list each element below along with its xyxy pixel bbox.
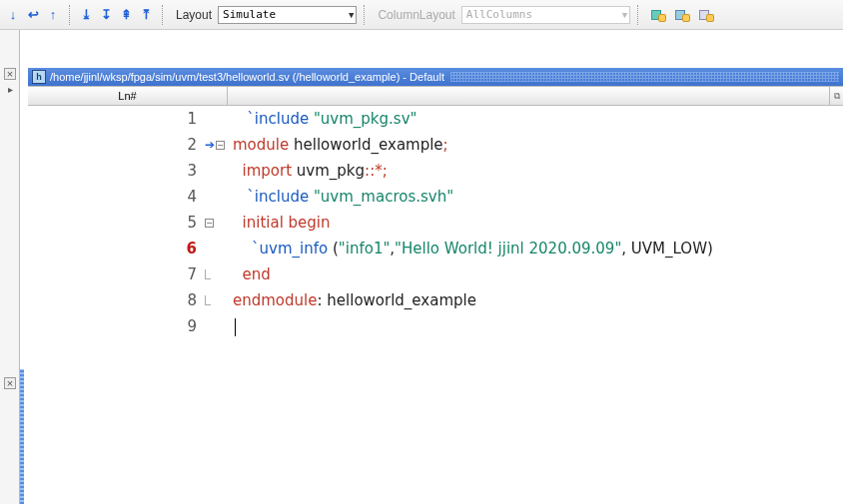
fold-marker-area[interactable]: − xyxy=(205,219,233,228)
line-number: 1 xyxy=(28,106,205,132)
layout-combo[interactable]: Simulate ▼ xyxy=(218,6,357,24)
line-number-header[interactable]: Ln# xyxy=(28,87,228,105)
main-area: × ▸ × h /home/jjinl/wksp/fpga/sim/uvm/te… xyxy=(0,30,843,504)
layout-label: Layout xyxy=(176,8,212,22)
fold-end-icon xyxy=(205,269,211,279)
code-line[interactable]: 2➔−module helloworld_example; xyxy=(28,132,843,158)
line-number: 4 xyxy=(28,184,205,210)
toolbar-separator xyxy=(637,5,638,25)
line-number: 2 xyxy=(28,132,205,158)
code-text[interactable]: `include "uvm_macros.svh" xyxy=(233,184,453,210)
combo-dropdown-icon: ▼ xyxy=(622,10,627,20)
code-line[interactable]: 1 `include "uvm_pkg.sv" xyxy=(28,106,843,132)
columnlayout-label: ColumnLayout xyxy=(378,8,454,22)
nav-down-end-icon[interactable]: ⤓ xyxy=(77,4,95,26)
fold-collapse-icon[interactable]: − xyxy=(205,219,214,228)
code-text[interactable]: initial begin xyxy=(233,210,331,236)
left-gutter-strip: × ▸ × xyxy=(0,30,20,504)
tool-icon-1[interactable] xyxy=(645,4,667,26)
header-scroll-icon[interactable]: ⧉ xyxy=(829,87,843,105)
tool-icon-2[interactable] xyxy=(669,4,691,26)
fold-end-icon xyxy=(205,295,211,305)
line-number: 3 xyxy=(28,158,205,184)
close-panel-icon[interactable]: × xyxy=(4,68,16,80)
code-line[interactable]: 6 `uvm_info ("info1","Hello World! jjinl… xyxy=(28,236,843,261)
code-line[interactable]: 7 end xyxy=(28,261,843,287)
nav-up-end-icon[interactable]: ⤒ xyxy=(137,4,155,26)
expand-right-icon[interactable]: ▸ xyxy=(4,84,16,96)
line-number: 7 xyxy=(28,261,205,287)
nav-up-one-icon[interactable]: ↑ xyxy=(44,4,62,26)
code-line[interactable]: 8endmodule: helloworld_example xyxy=(28,287,843,313)
code-text[interactable] xyxy=(233,313,236,339)
fold-marker-area[interactable]: ➔− xyxy=(205,132,233,158)
line-number: 6 xyxy=(28,236,205,261)
line-number: 5 xyxy=(28,210,205,236)
fold-marker-area[interactable] xyxy=(205,295,233,305)
toolbar-separator xyxy=(162,5,163,25)
line-number: 8 xyxy=(28,287,205,313)
code-text[interactable]: endmodule: helloworld_example xyxy=(233,287,476,313)
code-text[interactable]: end xyxy=(233,261,271,287)
toolbar-separator xyxy=(364,5,365,25)
tool-icon-3[interactable] xyxy=(693,4,715,26)
file-icon: h xyxy=(32,70,46,84)
code-editor[interactable]: 1 `include "uvm_pkg.sv"2➔−module hellowo… xyxy=(28,106,843,504)
code-text[interactable]: `uvm_info ("info1","Hello World! jjinl 2… xyxy=(233,236,713,261)
text-cursor xyxy=(235,318,236,336)
close-panel-icon[interactable]: × xyxy=(4,377,16,389)
code-text[interactable]: import uvm_pkg::*; xyxy=(233,158,388,184)
code-line[interactable]: 4 `include "uvm_macros.svh" xyxy=(28,184,843,210)
columnlayout-combo-value: AllColumns xyxy=(466,8,616,21)
nav-back-up-icon[interactable]: ⇞ xyxy=(117,4,135,26)
columnlayout-combo: AllColumns ▼ xyxy=(461,6,630,24)
editor-title-bar[interactable]: h /home/jjinl/wksp/fpga/sim/uvm/test3/he… xyxy=(28,68,843,86)
code-line[interactable]: 3 import uvm_pkg::*; xyxy=(28,158,843,184)
title-drag-area[interactable] xyxy=(450,72,839,82)
fold-collapse-icon[interactable]: − xyxy=(216,141,225,150)
toolbar-separator xyxy=(69,5,70,25)
code-column-header[interactable]: ⧉ xyxy=(228,87,843,105)
layout-combo-value: Simulate xyxy=(223,8,343,21)
editor-title-path: /home/jjinl/wksp/fpga/sim/uvm/test3/hell… xyxy=(50,71,444,83)
execution-arrow-icon: ➔ xyxy=(205,132,215,158)
code-line[interactable]: 9 xyxy=(28,313,843,339)
code-line[interactable]: 5− initial begin xyxy=(28,210,843,236)
fold-marker-area[interactable] xyxy=(205,269,233,279)
code-text[interactable]: module helloworld_example; xyxy=(233,132,448,158)
nav-down-one-icon[interactable]: ↓ xyxy=(4,4,22,26)
line-number: 9 xyxy=(28,313,205,339)
nav-step-down-icon[interactable]: ↧ xyxy=(97,4,115,26)
panel-drag-handle[interactable] xyxy=(20,369,24,504)
main-toolbar: ↓ ↩ ↑ ⤓ ↧ ⇞ ⤒ Layout Simulate ▼ ColumnLa… xyxy=(0,0,843,30)
editor-column-header: Ln# ⧉ xyxy=(28,86,843,106)
nav-left-icon[interactable]: ↩ xyxy=(24,4,42,26)
code-text[interactable]: `include "uvm_pkg.sv" xyxy=(233,106,417,132)
combo-dropdown-icon: ▼ xyxy=(349,10,354,20)
